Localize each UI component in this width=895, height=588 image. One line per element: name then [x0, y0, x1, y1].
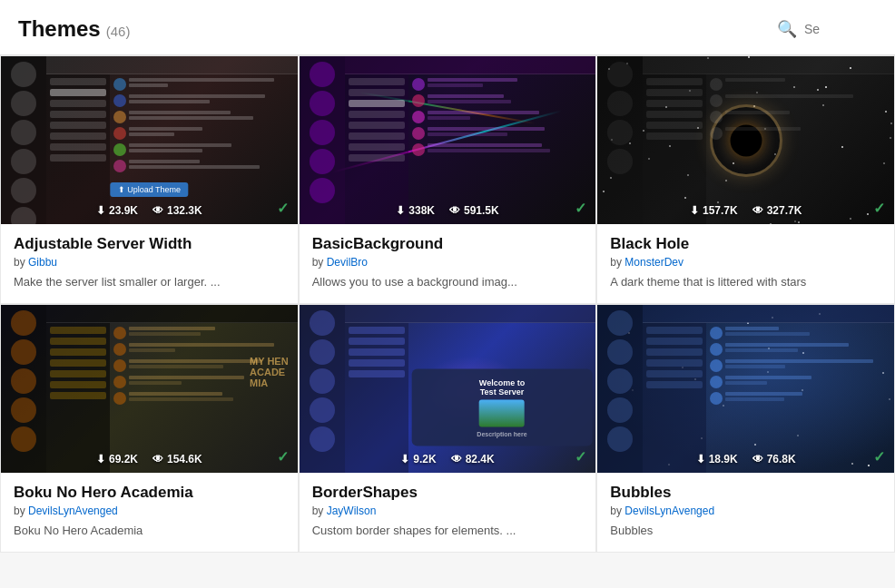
- card-thumbnail: ⬆ Upload Theme ⬇ 23.9K 👁 132.3K ✓: [1, 56, 298, 224]
- views-icon: 👁: [752, 453, 763, 466]
- download-count: 9.2K: [413, 453, 436, 466]
- views-stat: 👁 76.8K: [752, 453, 796, 466]
- download-stat: ⬇ 338K: [396, 204, 435, 217]
- download-stat: ⬇ 18.9K: [696, 453, 738, 466]
- verified-check: ✓: [277, 448, 289, 466]
- card-info: Boku No Hero Academia by DevilsLynAvenge…: [1, 473, 298, 552]
- download-icon: ⬇: [96, 453, 105, 466]
- verified-check: ✓: [575, 448, 586, 466]
- card-author: by MonsterDev: [610, 256, 881, 269]
- card-basic-background: ⬇ 338K 👁 591.5K ✓ BasicBackground by Dev…: [299, 55, 597, 304]
- card-author: by DevilsLynAvenged: [610, 505, 881, 517]
- card-black-hole: ⬇ 157.7K 👁 327.7K ✓ Black Hole by Monste…: [596, 55, 895, 304]
- author-link[interactable]: Gibbu: [28, 256, 57, 269]
- page-title: Themes: [18, 16, 101, 42]
- views-icon: 👁: [152, 204, 163, 217]
- views-count: 154.6K: [167, 453, 202, 466]
- search-input[interactable]: [804, 22, 877, 36]
- verified-check: ✓: [277, 200, 289, 217]
- card-info: BasicBackground by DevilBro Allows you t…: [300, 224, 596, 303]
- card-description: Bubbles: [610, 523, 881, 539]
- search-icon: 🔍: [777, 19, 797, 39]
- card-stats: ⬇ 69.2K 👁 154.6K: [1, 453, 298, 466]
- card-info: Adjustable Server Width by Gibbu Make th…: [1, 224, 298, 303]
- page-header: Themes (46) 🔍: [0, 0, 895, 55]
- card-stats: ⬇ 338K 👁 591.5K: [300, 204, 596, 217]
- theme-count: (46): [106, 24, 131, 39]
- download-count: 23.9K: [109, 204, 138, 217]
- views-count: 327.7K: [767, 204, 802, 217]
- views-icon: 👁: [152, 453, 163, 466]
- verified-check: ✓: [873, 448, 885, 466]
- download-count: 157.7K: [703, 204, 738, 217]
- card-description: Custom border shapes for elements. ...: [312, 523, 584, 539]
- card-thumbnail: MY HENACADEMIA: [1, 305, 298, 473]
- verified-check: ✓: [575, 200, 586, 217]
- card-stats: ⬇ 157.7K 👁 327.7K: [597, 204, 894, 217]
- card-thumbnail: ⬇ 18.9K 👁 76.8K ✓: [597, 305, 894, 473]
- card-title: Boku No Hero Academia: [14, 484, 285, 502]
- download-stat: ⬇ 23.9K: [96, 204, 138, 217]
- views-count: 76.8K: [767, 453, 796, 466]
- download-icon: ⬇: [396, 204, 405, 217]
- card-title: BorderShapes: [312, 484, 584, 502]
- card-title: BasicBackground: [312, 235, 584, 253]
- card-stats: ⬇ 23.9K 👁 132.3K: [1, 204, 298, 217]
- download-icon: ⬇: [690, 204, 699, 217]
- card-title: Bubbles: [610, 484, 881, 502]
- card-thumbnail: Welcome toTest Server Description here ⬇…: [300, 305, 596, 473]
- card-info: Bubbles by DevilsLynAvenged Bubbles: [597, 473, 894, 552]
- views-stat: 👁 591.5K: [449, 204, 499, 217]
- card-thumbnail: ⬇ 338K 👁 591.5K ✓: [300, 56, 596, 224]
- card-title: Adjustable Server Width: [14, 235, 285, 253]
- card-description: Allows you to use a background imag...: [312, 274, 584, 290]
- views-stat: 👁 154.6K: [152, 453, 202, 466]
- author-link[interactable]: DevilBro: [327, 256, 368, 269]
- download-stat: ⬇ 69.2K: [96, 453, 138, 466]
- download-icon: ⬇: [400, 453, 409, 466]
- card-description: Make the server list smaller or larger. …: [14, 274, 285, 290]
- card-border-shapes: Welcome toTest Server Description here ⬇…: [299, 304, 597, 553]
- card-bubbles: ⬇ 18.9K 👁 76.8K ✓ Bubbles by DevilsLynAv…: [596, 304, 895, 553]
- views-count: 82.4K: [466, 453, 495, 466]
- views-count: 132.3K: [167, 204, 202, 217]
- views-icon: 👁: [451, 453, 462, 466]
- views-stat: 👁 82.4K: [451, 453, 495, 466]
- card-adjustable-server-width: ⬆ Upload Theme ⬇ 23.9K 👁 132.3K ✓ Adjust…: [0, 55, 299, 304]
- card-info: Black Hole by MonsterDev A dark theme th…: [597, 224, 894, 303]
- author-link[interactable]: DevilsLynAvenged: [28, 505, 118, 517]
- card-boku-no-hero: MY HENACADEMIA: [0, 304, 299, 553]
- download-stat: ⬇ 157.7K: [690, 204, 738, 217]
- card-title: Black Hole: [610, 235, 881, 253]
- author-link[interactable]: MonsterDev: [625, 256, 684, 269]
- search-area: 🔍: [777, 19, 877, 39]
- card-stats: ⬇ 9.2K 👁 82.4K: [300, 453, 596, 466]
- author-link[interactable]: DevilsLynAvenged: [625, 505, 714, 517]
- views-count: 591.5K: [464, 204, 499, 217]
- themes-grid: ⬆ Upload Theme ⬇ 23.9K 👁 132.3K ✓ Adjust…: [0, 55, 895, 553]
- download-icon: ⬇: [96, 204, 105, 217]
- card-author: by DevilsLynAvenged: [14, 505, 285, 517]
- card-description: Boku No Hero Academia: [14, 523, 285, 539]
- download-count: 69.2K: [109, 453, 138, 466]
- card-description: A dark theme that is littered with stars: [610, 274, 881, 290]
- download-count: 338K: [408, 204, 435, 217]
- download-stat: ⬇ 9.2K: [400, 453, 436, 466]
- author-link[interactable]: JayWilson: [327, 505, 377, 517]
- views-stat: 👁 327.7K: [752, 204, 802, 217]
- views-stat: 👁 132.3K: [152, 204, 202, 217]
- card-info: BorderShapes by JayWilson Custom border …: [300, 473, 596, 552]
- views-icon: 👁: [752, 204, 763, 217]
- card-author: by JayWilson: [312, 505, 584, 517]
- views-icon: 👁: [449, 204, 460, 217]
- verified-check: ✓: [873, 200, 885, 217]
- card-stats: ⬇ 18.9K 👁 76.8K: [597, 453, 894, 466]
- download-icon: ⬇: [696, 453, 705, 466]
- card-author: by Gibbu: [14, 256, 285, 269]
- card-thumbnail: ⬇ 157.7K 👁 327.7K ✓: [597, 56, 894, 224]
- download-count: 18.9K: [709, 453, 738, 466]
- card-author: by DevilBro: [312, 256, 584, 269]
